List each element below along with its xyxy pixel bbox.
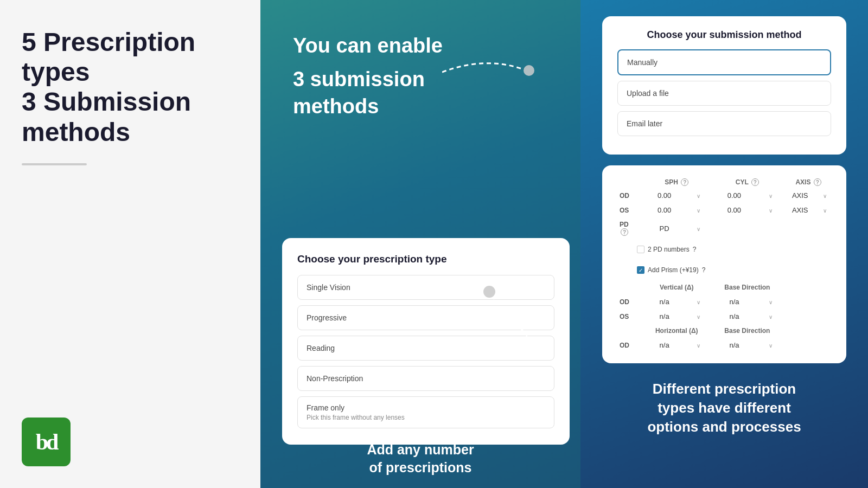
- middle-heading: You can enable 3 submission methods: [293, 33, 559, 120]
- prism-od-v-val: n/a: [642, 294, 686, 309]
- vertical-header: Vertical (Δ): [642, 280, 711, 294]
- logo: bd: [22, 418, 71, 466]
- prism-os-bd2-caret[interactable]: ∨: [757, 309, 783, 324]
- rx-item-frame-only[interactable]: Frame only Pick this frame without any l…: [297, 396, 554, 428]
- add-prescriptions-label: Add any number of prescriptions: [260, 441, 580, 478]
- cyl-help-icon[interactable]: ?: [751, 178, 759, 186]
- add-prism-label: Add Prism (+¥19): [648, 266, 699, 274]
- right-bottom-text: Different prescription types have differ…: [602, 374, 846, 442]
- divider: [22, 163, 87, 165]
- rx-item-non-prescription[interactable]: Non-Prescription: [297, 366, 554, 391]
- prescription-table: SPH ? CYL ? AXIS ? OD 0.00 ∨ 0.00 ∨ AXIS…: [615, 176, 833, 352]
- h-od-bd-caret[interactable]: ∨: [757, 338, 783, 352]
- two-pd-label: 2 PD numbers: [648, 246, 690, 253]
- submission-method-card: Choose your submission method Manually U…: [602, 16, 846, 155]
- right-panel: Choose your submission method Manually U…: [580, 0, 868, 488]
- prism-od-v-caret[interactable]: ∨: [686, 294, 711, 309]
- horizontal-od-row: OD n/a ∨ n/a ∨: [615, 338, 833, 352]
- pd-row-label: PD ?: [615, 217, 642, 239]
- horizontal-header: Horizontal (Δ): [642, 324, 711, 338]
- horizontal-header-row: Horizontal (Δ) Base Direction: [615, 324, 833, 338]
- svg-point-0: [524, 65, 534, 76]
- add-prism-row: ✓ Add Prism (+¥19) ?: [615, 260, 833, 280]
- dashed-arrow-bottom-svg: [477, 282, 542, 347]
- prism-od-label: OD: [615, 294, 642, 309]
- svg-point-1: [483, 286, 495, 298]
- submission-item-upload[interactable]: Upload a file: [617, 81, 831, 106]
- od-cyl-caret[interactable]: ∨: [757, 188, 783, 203]
- os-label: OS: [615, 203, 642, 217]
- prism-od-row: OD n/a ∨ n/a ∨: [615, 294, 833, 309]
- two-pd-row: 2 PD numbers ?: [615, 239, 833, 260]
- axis-help-icon[interactable]: ?: [814, 178, 821, 186]
- h-od-label: OD: [615, 338, 642, 352]
- two-pd-checkbox[interactable]: [637, 246, 644, 253]
- od-axis-val: AXIS: [783, 188, 816, 203]
- prism-os-row: OS n/a ∨ n/a ∨: [615, 309, 833, 324]
- main-heading: 5 Prescription types 3 Submission method…: [22, 27, 239, 147]
- h-od-h-caret[interactable]: ∨: [686, 338, 711, 352]
- add-prism-checkbox-row: ✓ Add Prism (+¥19) ?: [637, 266, 829, 274]
- axis-header: AXIS ?: [783, 176, 833, 188]
- sph-header: SPH ?: [642, 176, 711, 188]
- add-prism-checkbox[interactable]: ✓: [637, 266, 644, 274]
- prism-os-bd2-val: n/a: [711, 309, 758, 324]
- od-axis-caret[interactable]: ∨: [816, 188, 833, 203]
- prism-os-v-val: n/a: [642, 309, 686, 324]
- od-cyl-val: 0.00: [711, 188, 758, 203]
- os-axis-val: AXIS: [783, 203, 816, 217]
- middle-heading-area: You can enable 3 submission methods: [260, 0, 580, 136]
- two-pd-checkbox-row: 2 PD numbers ?: [637, 246, 829, 253]
- table-row-pd: PD ? PD ∨: [615, 217, 833, 239]
- table-row-os: OS 0.00 ∨ 0.00 ∨ AXIS ∨: [615, 203, 833, 217]
- two-pd-help-icon[interactable]: ?: [693, 246, 697, 253]
- os-sph-caret[interactable]: ∨: [686, 203, 711, 217]
- os-cyl-caret[interactable]: ∨: [757, 203, 783, 217]
- middle-panel: You can enable 3 submission methods Choo…: [260, 0, 580, 488]
- h-od-bd-val: n/a: [711, 338, 758, 352]
- od-sph-val: 0.00: [642, 188, 686, 203]
- left-panel: 5 Prescription types 3 Submission method…: [0, 0, 260, 488]
- prism-os-v-caret[interactable]: ∨: [686, 309, 711, 324]
- pd-caret[interactable]: ∨: [686, 217, 711, 239]
- os-sph-val: 0.00: [642, 203, 686, 217]
- left-panel-top: 5 Prescription types 3 Submission method…: [22, 27, 239, 165]
- os-cyl-val: 0.00: [711, 203, 758, 217]
- os-axis-caret[interactable]: ∨: [816, 203, 833, 217]
- base-dir-header-1: Base Direction: [711, 280, 784, 294]
- cyl-header: CYL ?: [711, 176, 784, 188]
- sph-help-icon[interactable]: ?: [681, 178, 688, 186]
- logo-icon: bd: [36, 429, 57, 455]
- od-sph-caret[interactable]: ∨: [686, 188, 711, 203]
- table-row-od: OD 0.00 ∨ 0.00 ∨ AXIS ∨: [615, 188, 833, 203]
- prism-header-row: Vertical (Δ) Base Direction: [615, 280, 833, 294]
- od-label: OD: [615, 188, 642, 203]
- base-dir-header-2: Base Direction: [711, 324, 784, 338]
- submission-item-email[interactable]: Email later: [617, 111, 831, 136]
- submission-item-manually[interactable]: Manually: [617, 49, 831, 75]
- submission-card-title: Choose your submission method: [617, 29, 831, 41]
- prism-od-bd1-caret[interactable]: ∨: [757, 294, 783, 309]
- prism-os-label: OS: [615, 309, 642, 324]
- prescription-table-card: SPH ? CYL ? AXIS ? OD 0.00 ∨ 0.00 ∨ AXIS…: [602, 165, 846, 363]
- prescription-card-title: Choose your prescription type: [297, 253, 554, 265]
- pd-help-icon[interactable]: ?: [621, 228, 628, 236]
- pd-val: PD: [642, 217, 686, 239]
- h-od-h-val: n/a: [642, 338, 686, 352]
- dashed-arrow-top-svg: [442, 56, 540, 83]
- add-prism-help-icon[interactable]: ?: [702, 266, 706, 274]
- prism-od-bd1-val: n/a: [711, 294, 758, 309]
